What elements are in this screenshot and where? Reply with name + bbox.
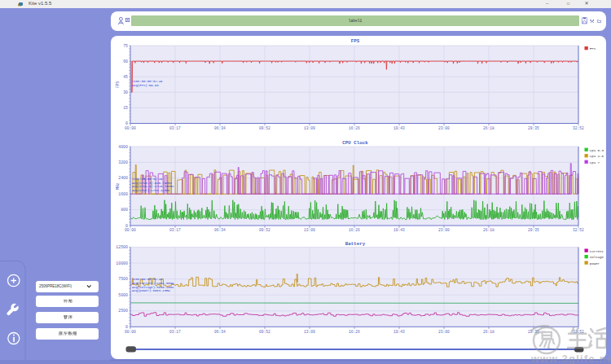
svg-text:Time:00:00~32:49: Time:00:00~32:49 bbox=[132, 80, 163, 83]
svg-text:26:18: 26:18 bbox=[483, 126, 495, 130]
svg-text:13:09: 13:09 bbox=[304, 228, 315, 232]
svg-text:0: 0 bbox=[125, 325, 128, 329]
svg-text:voltage: voltage bbox=[590, 256, 604, 259]
svg-text:75: 75 bbox=[123, 44, 128, 48]
svg-text:26:18: 26:18 bbox=[483, 330, 495, 334]
svg-text:16:26: 16:26 bbox=[349, 330, 360, 334]
svg-text:3200: 3200 bbox=[118, 160, 128, 164]
svg-text:FPS: FPS bbox=[351, 38, 360, 44]
svg-text:19:43: 19:43 bbox=[393, 126, 405, 130]
svg-text:32:52: 32:52 bbox=[573, 126, 584, 130]
svg-text:Avg(CPU7):1715.42MHz: Avg(CPU7):1715.42MHz bbox=[132, 189, 170, 192]
svg-text:16:26: 16:26 bbox=[349, 126, 360, 130]
svg-text:00:00: 00:00 bbox=[125, 330, 136, 334]
svg-text:09:52: 09:52 bbox=[259, 126, 270, 130]
svg-text:0: 0 bbox=[125, 121, 128, 125]
svg-text:CPU Clock: CPU Clock bbox=[342, 140, 368, 146]
svg-text:15: 15 bbox=[123, 106, 128, 110]
svg-text:5000: 5000 bbox=[118, 293, 128, 297]
svg-text:cpu 7: cpu 7 bbox=[590, 161, 600, 164]
svg-text:MHz: MHz bbox=[116, 182, 120, 190]
svg-text:00:00: 00:00 bbox=[125, 228, 136, 232]
svg-text:Battery: Battery bbox=[345, 241, 366, 247]
svg-text:19:43: 19:43 bbox=[393, 330, 405, 334]
svg-text:30: 30 bbox=[123, 90, 128, 94]
svg-text:13:09: 13:09 bbox=[304, 126, 315, 130]
svg-text:cpu 4-6: cpu 4-6 bbox=[590, 155, 604, 158]
svg-text:Avg(power):6963.43mW: Avg(power):6963.43mW bbox=[132, 289, 170, 292]
svg-text:19:43: 19:43 bbox=[393, 228, 405, 232]
svg-text:60: 60 bbox=[123, 59, 128, 64]
svg-text:Time:00:00~32:49: Time:00:00~32:49 bbox=[132, 178, 163, 181]
svg-text:06:34: 06:34 bbox=[214, 126, 226, 130]
svg-text:03:17: 03:17 bbox=[169, 330, 181, 334]
svg-text:Avg(CPU0-3):945.79MHz: Avg(CPU0-3):945.79MHz bbox=[132, 182, 173, 185]
svg-text:06:34: 06:34 bbox=[214, 330, 226, 334]
svg-text:Avg(voltage):3836.10mV: Avg(voltage):3836.10mV bbox=[132, 286, 174, 289]
svg-text:32:52: 32:52 bbox=[573, 228, 584, 232]
svg-text:800: 800 bbox=[121, 208, 128, 212]
svg-text:FPS: FPS bbox=[116, 81, 120, 88]
svg-text:2500: 2500 bbox=[118, 309, 128, 313]
svg-text:23:00: 23:00 bbox=[438, 126, 450, 130]
svg-text:06:34: 06:34 bbox=[214, 228, 226, 232]
svg-text:00:00: 00:00 bbox=[125, 126, 136, 130]
svg-text:0: 0 bbox=[125, 224, 128, 228]
svg-text:45: 45 bbox=[123, 75, 128, 79]
svg-text:29:35: 29:35 bbox=[528, 228, 539, 232]
svg-text:Time:00:00~32:49: Time:00:00~32:49 bbox=[132, 278, 163, 281]
svg-text:09:52: 09:52 bbox=[259, 330, 270, 334]
svg-text:power: power bbox=[590, 262, 600, 265]
svg-text:2400: 2400 bbox=[118, 176, 128, 180]
svg-text:13:09: 13:09 bbox=[304, 330, 315, 334]
svg-text:12500: 12500 bbox=[116, 245, 128, 249]
svg-text:23:00: 23:00 bbox=[438, 228, 450, 232]
svg-text:cpu 0-3: cpu 0-3 bbox=[590, 149, 604, 152]
svg-text:7500: 7500 bbox=[118, 277, 128, 281]
svg-text:Avg(FPS):59.93: Avg(FPS):59.93 bbox=[132, 84, 159, 87]
svg-text:09:52: 09:52 bbox=[259, 228, 270, 232]
svg-text:4000: 4000 bbox=[118, 145, 128, 149]
svg-text:FPS: FPS bbox=[590, 47, 596, 50]
svg-text:Avg(CPU4-6):1715.76MHz: Avg(CPU4-6):1715.76MHz bbox=[132, 185, 174, 188]
svg-text:16:26: 16:26 bbox=[349, 228, 360, 232]
svg-text:23:00: 23:00 bbox=[438, 330, 450, 334]
svg-text:Avg(current):1801.50mA: Avg(current):1801.50mA bbox=[132, 282, 174, 285]
svg-text:29:35: 29:35 bbox=[528, 126, 539, 130]
svg-text:26:18: 26:18 bbox=[483, 228, 495, 232]
svg-text:03:17: 03:17 bbox=[169, 126, 181, 130]
svg-text:current: current bbox=[590, 250, 604, 253]
svg-text:03:17: 03:17 bbox=[169, 228, 181, 232]
svg-text:1600: 1600 bbox=[118, 192, 128, 196]
svg-text:10000: 10000 bbox=[116, 261, 128, 265]
